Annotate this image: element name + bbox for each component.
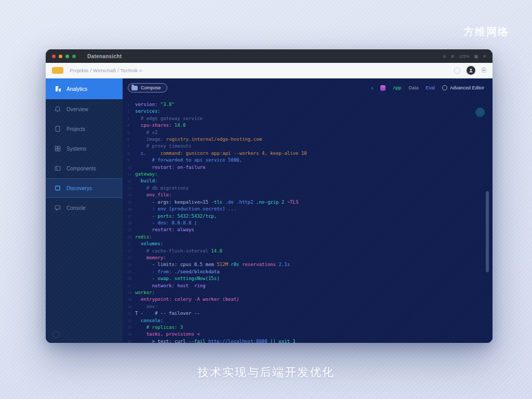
help-circle-icon[interactable] (52, 331, 60, 338)
folder-icon[interactable] (52, 67, 63, 74)
editor-scrollbar[interactable] (486, 191, 489, 272)
chevron-icon[interactable]: ‹ (371, 85, 373, 91)
line-number: 31 (126, 310, 135, 317)
bookmark-icon[interactable]: ⎘ (482, 68, 486, 73)
line-number: 34 (126, 331, 135, 338)
code-text: env_file: (135, 192, 171, 198)
line-number: 23 (126, 255, 135, 261)
advanced-editor-button[interactable]: Advanced Editor (442, 85, 484, 90)
code-text: cpu-shares: 14.0 (135, 122, 186, 129)
line-number: 28 (126, 289, 135, 296)
line-number: 7 (126, 143, 135, 150)
code-text: - swap. settingsNow(15s) (135, 275, 220, 282)
user-icon (469, 68, 473, 73)
minimize-window-icon[interactable] (59, 55, 62, 58)
code-line: 25 - from: ./seed/blockdata (126, 269, 475, 275)
code-line: 16 : env [production.secrets] ... (126, 206, 475, 212)
editor-topbar: Compose ‹ AppDataEval Advanced Editor (123, 78, 493, 97)
zoom-window-icon[interactable] (65, 55, 69, 58)
zoom-out-icon[interactable]: ⊖ (443, 54, 446, 59)
editor-menu-item-eval[interactable]: Eval (425, 85, 435, 90)
sidebar-item-discoverys[interactable]: Discoverys (46, 178, 123, 198)
status-ring-icon[interactable] (454, 68, 460, 74)
line-number: 13 (126, 185, 135, 192)
zoom-level[interactable]: 125% (459, 54, 469, 59)
code-line: 8 c. command: gunicorn app:api --workers… (126, 150, 475, 157)
code-text: - args: keepalive=15 -tls .de .http2 ,no… (135, 199, 298, 206)
zoom-in-icon[interactable]: ⊕ (451, 54, 455, 59)
traffic-lights (52, 55, 76, 58)
code-line: 28worker: (126, 289, 475, 296)
code-text: # forwarded to api service 5000, (135, 157, 242, 164)
code-line: 20redis: (126, 234, 475, 241)
line-number: 29 (126, 296, 135, 303)
line-number: 1 (126, 101, 135, 108)
code-text: memory: (135, 255, 166, 261)
line-number: 21 (126, 241, 135, 247)
fullscreen-window-icon[interactable] (72, 55, 76, 58)
line-number: 2 (126, 108, 135, 115)
breadcrumb[interactable]: Projekte / Wirtschaft / Technik » (70, 68, 142, 73)
line-number: 6 (126, 136, 135, 143)
code-text: T - # -- failover -- (135, 310, 200, 317)
code-line: 11gateway: (126, 171, 475, 178)
sidebar-item-console[interactable]: Console (46, 198, 123, 218)
code-editor: Compose ‹ AppDataEval Advanced Editor 1v… (123, 78, 493, 343)
code-line: 1version: "3.8" (126, 101, 475, 108)
code-text: network: host ring (135, 283, 205, 289)
layout-icon[interactable]: ▦ (474, 54, 478, 59)
puzzle-icon (54, 85, 61, 92)
code-text: > test: curl --fail http://localhost:808… (135, 338, 296, 343)
line-number: 15 (126, 199, 135, 206)
sidebar: AnalyticsOverviewProjectsSystemsComponen… (46, 78, 123, 343)
sidebar-item-label: Projects (66, 126, 85, 132)
line-number: 32 (126, 317, 135, 324)
code-line: 27 network: host ring (126, 283, 475, 289)
code-area[interactable]: 1version: "3.8"2services:3 # edge gatewa… (126, 101, 475, 341)
code-line: 18 - dns: 8.8.8.8 | (126, 220, 475, 227)
sidebar-item-analytics[interactable]: Analytics (46, 78, 123, 99)
ring-icon (442, 85, 447, 90)
code-line: 29 entrypoint: celery -A worker (beat) (126, 296, 475, 303)
line-number: 27 (126, 283, 135, 289)
code-line: 15 - args: keepalive=15 -tls .de .http2 … (126, 199, 475, 206)
sidebar-item-systems[interactable]: Systems (46, 139, 123, 158)
sidebar-item-overview[interactable]: Overview (46, 99, 123, 119)
code-text: # edge gateway service (135, 115, 203, 122)
code-line: 10 restart: on-failure (126, 164, 475, 171)
sidebar-item-components[interactable]: Components (46, 158, 123, 178)
editor-menu: ‹ AppDataEval Advanced Editor (371, 85, 484, 91)
sidebar-item-label: Discoverys (66, 185, 92, 191)
code-text: services: (135, 108, 161, 115)
line-number: 25 (126, 269, 135, 275)
bell-icon (54, 105, 61, 113)
status-dot (475, 108, 485, 117)
line-number: 35 (126, 338, 135, 343)
compose-button[interactable]: Compose (128, 83, 167, 92)
code-text: volumes: (135, 241, 163, 247)
sidebar-item-projects[interactable]: Projects (46, 119, 123, 139)
editor-menu-item-app[interactable]: App (393, 85, 401, 90)
editor-menu-item-data[interactable]: Data (408, 85, 418, 90)
code-line: 6 image: registry.internal/edge-hosting.… (126, 136, 475, 143)
code-text: # replicas: 3 (135, 324, 183, 331)
code-line: 26 - swap. settingsNow(15s) (126, 275, 475, 282)
code-line: 35 > test: curl --fail http://localhost:… (126, 338, 475, 343)
close-window-icon[interactable] (52, 55, 56, 58)
line-number: 33 (126, 324, 135, 331)
code-line: 24 - limits: cpus 0.5 mem 512M r8s reser… (126, 261, 475, 268)
code-text: # proxy timeouts (135, 143, 191, 150)
folder-small-icon (131, 86, 138, 90)
code-line: 3 # edge gateway service (126, 115, 475, 122)
line-number: 8 (126, 150, 135, 157)
chat-icon (54, 204, 61, 211)
code-text: - ports: 5432:5432/tcp, (135, 213, 217, 220)
code-text: # cache-flush-interval 14.0 (135, 248, 222, 255)
gradient-badge-icon[interactable] (380, 85, 385, 91)
avatar[interactable] (467, 66, 475, 75)
grid-icon (54, 145, 61, 152)
code-text: restart: always (135, 227, 194, 233)
close-tab-icon[interactable]: ✕ (483, 54, 486, 59)
code-line: 9 # forwarded to api service 5000, (126, 157, 475, 164)
panel-icon (54, 165, 61, 172)
